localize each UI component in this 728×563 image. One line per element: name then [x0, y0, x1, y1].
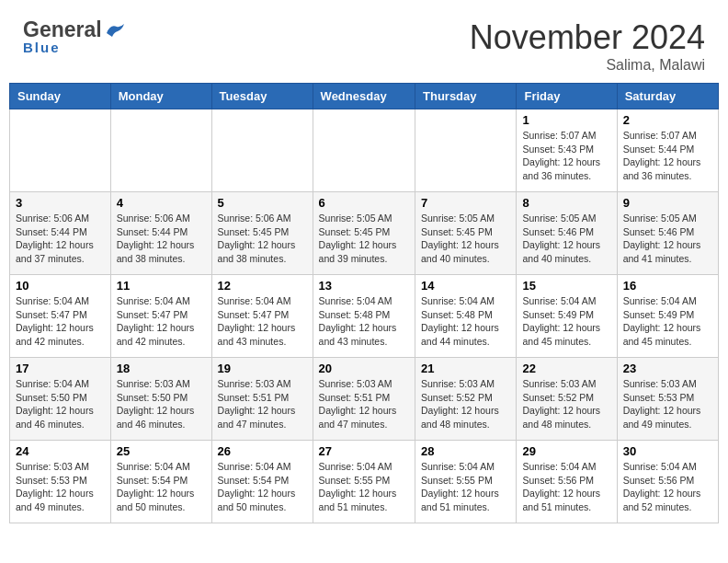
day-number: 28	[421, 444, 510, 458]
calendar-cell: 17Sunrise: 5:04 AMSunset: 5:50 PMDayligh…	[10, 358, 111, 441]
day-info: Sunrise: 5:03 AMSunset: 5:52 PMDaylight:…	[522, 377, 610, 431]
calendar-cell	[415, 109, 517, 192]
day-number: 10	[16, 279, 105, 293]
day-number: 26	[218, 444, 307, 458]
day-info: Sunrise: 5:04 AMSunset: 5:55 PMDaylight:…	[319, 460, 409, 514]
calendar-cell: 1Sunrise: 5:07 AMSunset: 5:43 PMDaylight…	[517, 109, 617, 192]
calendar-cell: 27Sunrise: 5:04 AMSunset: 5:55 PMDayligh…	[313, 441, 415, 523]
day-info: Sunrise: 5:07 AMSunset: 5:43 PMDaylight:…	[522, 129, 610, 183]
day-number: 25	[117, 444, 206, 458]
day-number: 6	[319, 196, 409, 210]
day-info: Sunrise: 5:04 AMSunset: 5:49 PMDaylight:…	[623, 294, 712, 349]
day-number: 13	[319, 279, 409, 293]
day-info: Sunrise: 5:07 AMSunset: 5:44 PMDaylight:…	[623, 129, 712, 183]
day-info: Sunrise: 5:04 AMSunset: 5:49 PMDaylight:…	[522, 294, 610, 349]
col-thursday: Thursday	[415, 84, 517, 109]
day-number: 9	[623, 196, 712, 210]
week-row-1: 1Sunrise: 5:07 AMSunset: 5:43 PMDaylight…	[10, 109, 719, 192]
col-wednesday: Wednesday	[313, 84, 415, 109]
day-number: 7	[421, 196, 510, 210]
day-info: Sunrise: 5:03 AMSunset: 5:51 PMDaylight:…	[319, 377, 409, 431]
calendar-cell: 4Sunrise: 5:06 AMSunset: 5:44 PMDaylight…	[110, 192, 211, 275]
location: Salima, Malawi	[470, 57, 705, 74]
calendar-cell	[110, 109, 211, 192]
page-header: General Blue November 2024 Salima, Malaw…	[9, 9, 719, 78]
day-info: Sunrise: 5:04 AMSunset: 5:47 PMDaylight:…	[117, 294, 206, 349]
calendar-cell: 14Sunrise: 5:04 AMSunset: 5:48 PMDayligh…	[415, 275, 517, 358]
day-info: Sunrise: 5:05 AMSunset: 5:46 PMDaylight:…	[522, 212, 610, 266]
calendar-cell: 29Sunrise: 5:04 AMSunset: 5:56 PMDayligh…	[517, 441, 617, 523]
day-number: 14	[421, 279, 510, 293]
calendar-cell: 26Sunrise: 5:04 AMSunset: 5:54 PMDayligh…	[211, 441, 313, 523]
day-info: Sunrise: 5:04 AMSunset: 5:55 PMDaylight:…	[421, 460, 510, 514]
week-row-4: 17Sunrise: 5:04 AMSunset: 5:50 PMDayligh…	[10, 358, 719, 441]
day-info: Sunrise: 5:05 AMSunset: 5:46 PMDaylight:…	[623, 212, 712, 266]
day-info: Sunrise: 5:03 AMSunset: 5:50 PMDaylight:…	[117, 377, 206, 431]
day-number: 20	[319, 362, 409, 375]
calendar-cell: 24Sunrise: 5:03 AMSunset: 5:53 PMDayligh…	[10, 441, 111, 523]
day-number: 2	[623, 113, 712, 127]
calendar-cell: 8Sunrise: 5:05 AMSunset: 5:46 PMDaylight…	[517, 192, 617, 275]
day-number: 17	[16, 362, 105, 375]
calendar-cell	[211, 109, 313, 192]
col-friday: Friday	[517, 84, 617, 109]
week-row-3: 10Sunrise: 5:04 AMSunset: 5:47 PMDayligh…	[10, 275, 719, 358]
calendar-cell	[313, 109, 415, 192]
month-title: November 2024	[470, 18, 705, 57]
day-info: Sunrise: 5:04 AMSunset: 5:54 PMDaylight:…	[117, 460, 206, 514]
day-number: 4	[117, 196, 206, 210]
calendar-cell: 23Sunrise: 5:03 AMSunset: 5:53 PMDayligh…	[617, 358, 718, 441]
day-info: Sunrise: 5:04 AMSunset: 5:54 PMDaylight:…	[218, 460, 307, 514]
day-number: 27	[319, 444, 409, 458]
calendar-cell: 7Sunrise: 5:05 AMSunset: 5:45 PMDaylight…	[415, 192, 517, 275]
week-row-2: 3Sunrise: 5:06 AMSunset: 5:44 PMDaylight…	[10, 192, 719, 275]
calendar-cell: 16Sunrise: 5:04 AMSunset: 5:49 PMDayligh…	[617, 275, 718, 358]
day-info: Sunrise: 5:03 AMSunset: 5:53 PMDaylight:…	[16, 460, 105, 514]
calendar-cell: 21Sunrise: 5:03 AMSunset: 5:52 PMDayligh…	[415, 358, 517, 441]
day-info: Sunrise: 5:05 AMSunset: 5:45 PMDaylight:…	[421, 212, 510, 266]
col-monday: Monday	[110, 84, 211, 109]
day-number: 5	[218, 196, 307, 210]
col-saturday: Saturday	[617, 84, 718, 109]
day-number: 15	[522, 279, 610, 293]
day-info: Sunrise: 5:04 AMSunset: 5:56 PMDaylight:…	[623, 460, 712, 514]
day-info: Sunrise: 5:04 AMSunset: 5:50 PMDaylight:…	[16, 377, 105, 431]
calendar-cell: 6Sunrise: 5:05 AMSunset: 5:45 PMDaylight…	[313, 192, 415, 275]
title-section: November 2024 Salima, Malawi	[470, 18, 705, 74]
calendar-cell: 19Sunrise: 5:03 AMSunset: 5:51 PMDayligh…	[211, 358, 313, 441]
day-info: Sunrise: 5:06 AMSunset: 5:44 PMDaylight:…	[117, 212, 206, 266]
day-number: 19	[218, 362, 307, 375]
col-tuesday: Tuesday	[211, 84, 313, 109]
calendar-cell: 10Sunrise: 5:04 AMSunset: 5:47 PMDayligh…	[10, 275, 111, 358]
calendar-cell: 5Sunrise: 5:06 AMSunset: 5:45 PMDaylight…	[211, 192, 313, 275]
calendar-cell: 18Sunrise: 5:03 AMSunset: 5:50 PMDayligh…	[110, 358, 211, 441]
calendar-cell: 30Sunrise: 5:04 AMSunset: 5:56 PMDayligh…	[617, 441, 718, 523]
calendar-cell: 28Sunrise: 5:04 AMSunset: 5:55 PMDayligh…	[415, 441, 517, 523]
bird-icon	[104, 22, 126, 39]
calendar-cell: 12Sunrise: 5:04 AMSunset: 5:47 PMDayligh…	[211, 275, 313, 358]
col-sunday: Sunday	[10, 84, 111, 109]
calendar-cell: 2Sunrise: 5:07 AMSunset: 5:44 PMDaylight…	[617, 109, 718, 192]
calendar-cell: 11Sunrise: 5:04 AMSunset: 5:47 PMDayligh…	[110, 275, 211, 358]
day-info: Sunrise: 5:04 AMSunset: 5:48 PMDaylight:…	[319, 294, 409, 349]
day-number: 1	[522, 113, 610, 127]
calendar-cell: 9Sunrise: 5:05 AMSunset: 5:46 PMDaylight…	[617, 192, 718, 275]
logo-general: General	[23, 18, 102, 41]
day-info: Sunrise: 5:04 AMSunset: 5:48 PMDaylight:…	[421, 294, 510, 349]
day-info: Sunrise: 5:05 AMSunset: 5:45 PMDaylight:…	[319, 212, 409, 266]
calendar-table: Sunday Monday Tuesday Wednesday Thursday…	[9, 83, 719, 523]
day-number: 23	[623, 362, 712, 375]
day-info: Sunrise: 5:03 AMSunset: 5:51 PMDaylight:…	[218, 377, 307, 431]
calendar-cell: 3Sunrise: 5:06 AMSunset: 5:44 PMDaylight…	[10, 192, 111, 275]
calendar-cell: 20Sunrise: 5:03 AMSunset: 5:51 PMDayligh…	[313, 358, 415, 441]
day-info: Sunrise: 5:06 AMSunset: 5:45 PMDaylight:…	[218, 212, 307, 266]
logo: General Blue	[23, 18, 126, 55]
day-info: Sunrise: 5:04 AMSunset: 5:47 PMDaylight:…	[218, 294, 307, 349]
day-number: 22	[522, 362, 610, 375]
calendar-header-row: Sunday Monday Tuesday Wednesday Thursday…	[10, 84, 719, 109]
day-number: 30	[623, 444, 712, 458]
calendar-cell: 22Sunrise: 5:03 AMSunset: 5:52 PMDayligh…	[517, 358, 617, 441]
day-info: Sunrise: 5:03 AMSunset: 5:53 PMDaylight:…	[623, 377, 712, 431]
day-number: 24	[16, 444, 105, 458]
logo-blue-text: Blue	[23, 40, 126, 55]
